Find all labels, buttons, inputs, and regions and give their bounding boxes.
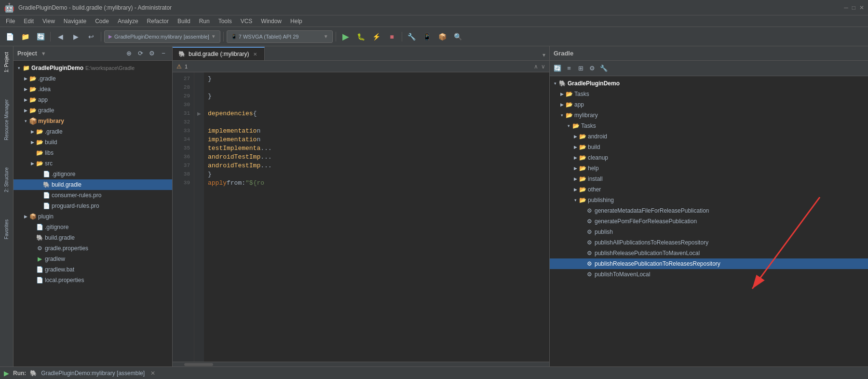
menu-window[interactable]: Window: [257, 17, 285, 26]
menu-view[interactable]: View: [39, 17, 59, 26]
tree-item-gradle-root[interactable]: ▶ 📂 .gradle: [14, 73, 172, 84]
avd-btn[interactable]: 📱: [420, 30, 434, 43]
favorites-tab[interactable]: Favorites: [2, 216, 11, 243]
tree-item-my-src[interactable]: ▶ 📂 src: [14, 158, 172, 169]
sdk-mgr-btn[interactable]: 📦: [436, 30, 449, 43]
gradle-wrench-btn[interactable]: 🔧: [599, 64, 609, 73]
tab-chevron[interactable]: ▾: [539, 50, 549, 60]
menu-tools[interactable]: Tools: [215, 17, 236, 26]
tree-item-consumer-rules[interactable]: 📄 consumer-rules.pro: [14, 190, 172, 201]
gradle-gen-pom-item[interactable]: ⚙ generatePomFileForReleasePublication: [550, 216, 868, 227]
run-button[interactable]: ▶: [339, 30, 353, 43]
breadcrumb-down[interactable]: ∨: [541, 63, 545, 70]
gradle-install-item[interactable]: ▶ 📂 install: [550, 174, 868, 184]
gradle-mylibrary-item[interactable]: ▾ 📂 mylibrary: [550, 110, 868, 121]
menu-vcs[interactable]: VCS: [237, 17, 257, 26]
gradle-tasks-item[interactable]: ▶ 📂 Tasks: [550, 89, 868, 99]
gradle-android-item[interactable]: ▶ 📂 android: [550, 131, 868, 142]
run-gradle-icon: 🐘: [30, 370, 37, 377]
menu-refactor[interactable]: Refactor: [143, 17, 173, 26]
h-scroll-thumb[interactable]: [184, 363, 213, 366]
gradle-cleanup-icon: 📂: [579, 154, 586, 162]
gradle-cleanup-item[interactable]: ▶ 📂 cleanup: [550, 152, 868, 163]
tree-item-plugin[interactable]: ▶ 📦 plugin: [14, 211, 172, 222]
profile-btn[interactable]: ⚡: [370, 30, 383, 43]
tree-item-my-gradle[interactable]: ▶ 📂 .gradle: [14, 126, 172, 137]
gradle-publishing-item[interactable]: ▾ 📂 publishing: [550, 195, 868, 205]
tree-item-gradle[interactable]: ▶ 📂 gradle: [14, 105, 172, 116]
minimize-panel-btn[interactable]: −: [159, 49, 168, 58]
code-line-35: testImplementa...: [208, 144, 545, 152]
stop-btn[interactable]: ■: [385, 30, 399, 43]
device-dropdown[interactable]: 📱 7 WSVGA (Tablet) API 29 ▼: [227, 30, 333, 43]
tree-item-root-gitignore[interactable]: 📄 .gitignore: [14, 222, 172, 232]
code-area[interactable]: } } dependencies { implementation implem…: [204, 72, 549, 362]
menu-code[interactable]: Code: [91, 17, 113, 26]
gradle-pub-releases-item[interactable]: ⚙ publishReleasePublicationToReleasesRep…: [550, 258, 868, 269]
my-build-label: build: [45, 139, 57, 146]
menu-build[interactable]: Build: [174, 17, 194, 26]
tree-item-gradlew[interactable]: ▶ gradlew: [14, 254, 172, 264]
title-bar-controls: ─ □ ✕: [844, 4, 864, 11]
search-everywhere-btn[interactable]: 🔍: [451, 30, 465, 43]
tree-item-proguard-rules[interactable]: 📄 proguard-rules.pro: [14, 201, 172, 211]
gutter-29: [194, 92, 204, 100]
menu-help[interactable]: Help: [286, 17, 306, 26]
settings-btn[interactable]: ⚙: [147, 49, 157, 58]
open-btn[interactable]: 📁: [18, 30, 32, 43]
gradle-app-item[interactable]: ▶ 📂 app: [550, 99, 868, 110]
forward-btn[interactable]: ▶: [69, 30, 82, 43]
tree-root[interactable]: ▾ 📁 GradlePluginDemo E:\workspace\Gradle: [14, 63, 172, 73]
gradle-my-tasks-item[interactable]: ▾ 📂 Tasks: [550, 121, 868, 131]
gradle-refresh-btn[interactable]: 🔄: [553, 64, 562, 73]
tree-item-gradle-properties[interactable]: ⚙ gradle.properties: [14, 243, 172, 254]
gradle-other-item[interactable]: ▶ 📂 other: [550, 184, 868, 195]
gradlew-icon: ▶: [36, 255, 43, 263]
tab-close-btn[interactable]: ✕: [252, 51, 258, 57]
menu-file[interactable]: File: [2, 17, 19, 26]
menu-run[interactable]: Run: [195, 17, 214, 26]
h-scrollbar[interactable]: [173, 362, 549, 366]
tree-item-gradlew-bat[interactable]: 📄 gradlew.bat: [14, 264, 172, 275]
undo-btn[interactable]: ↩: [84, 30, 98, 43]
sync-files-btn[interactable]: ⟳: [136, 49, 145, 58]
new-file-btn[interactable]: 📄: [3, 30, 16, 43]
tab-label: build.gradle (:mylibrary): [189, 51, 249, 57]
tree-item-my-build[interactable]: ▶ 📂 build: [14, 137, 172, 148]
editor-tab-build-gradle[interactable]: 🐘 build.gradle (:mylibrary) ✕: [173, 47, 265, 60]
run-config-dropdown[interactable]: ▶ GradlePluginDemo:mylibrary [assemble] …: [104, 30, 220, 43]
tree-item-root-buildgradle[interactable]: 🐘 build.gradle: [14, 232, 172, 243]
add-btn[interactable]: ⊕: [124, 49, 134, 58]
run-tab-close[interactable]: ✕: [150, 370, 155, 377]
menu-navigate[interactable]: Navigate: [60, 17, 90, 26]
gradle-help-item[interactable]: ▶ 📂 help: [550, 163, 868, 174]
structure-tab[interactable]: 2: Structure: [2, 163, 11, 196]
gradle-settings-btn[interactable]: ⚙: [587, 64, 597, 73]
gradle-group-btn[interactable]: ⊞: [576, 64, 585, 73]
gradle-root-item[interactable]: ▾ 🐘 GradlePluginDemo: [550, 78, 868, 89]
menu-edit[interactable]: Edit: [20, 17, 38, 26]
gradle-pub-to-maven-item[interactable]: ⚙ publishToMavenLocal: [550, 269, 868, 280]
gradle-pub-maven-item[interactable]: ⚙ publishReleasePublicationToMavenLocal: [550, 248, 868, 258]
gradle-build-item[interactable]: ▶ 📂 build: [550, 142, 868, 152]
breadcrumb-up[interactable]: ∧: [534, 63, 538, 70]
back-btn[interactable]: ◀: [54, 30, 67, 43]
tree-item-app[interactable]: ▶ 📂 app: [14, 95, 172, 105]
tree-item-local-properties[interactable]: 📄 local.properties: [14, 275, 172, 285]
tree-item-my-gitignore[interactable]: 📄 .gitignore: [14, 169, 172, 179]
gradle-filter-btn[interactable]: ≡: [564, 64, 574, 73]
gradle-publish-item[interactable]: ⚙ publish: [550, 227, 868, 237]
tree-item-mylibrary[interactable]: ▾ 📦 mylibrary: [14, 116, 172, 126]
tree-item-idea[interactable]: ▶ 📂 .idea: [14, 84, 172, 95]
gradle-gen-meta-item[interactable]: ⚙ generateMetadataFileForReleasePublicat…: [550, 205, 868, 216]
resource-manager-tab[interactable]: Resource Manager: [2, 95, 11, 144]
tree-item-my-libs[interactable]: 📂 libs: [14, 148, 172, 158]
project-tab[interactable]: 1: Project: [2, 48, 11, 76]
tree-item-my-buildgradle[interactable]: 🐘 build.gradle: [14, 179, 172, 190]
debug-btn[interactable]: 🐛: [354, 30, 368, 43]
gradle-pub-all-item[interactable]: ⚙ publishAllPublicationsToReleasesReposi…: [550, 237, 868, 248]
sync-btn[interactable]: 🔄: [34, 30, 47, 43]
gradle-sync-btn[interactable]: 🔧: [405, 30, 419, 43]
gutter-31: ▶: [194, 109, 204, 118]
menu-analyze[interactable]: Analyze: [114, 17, 142, 26]
